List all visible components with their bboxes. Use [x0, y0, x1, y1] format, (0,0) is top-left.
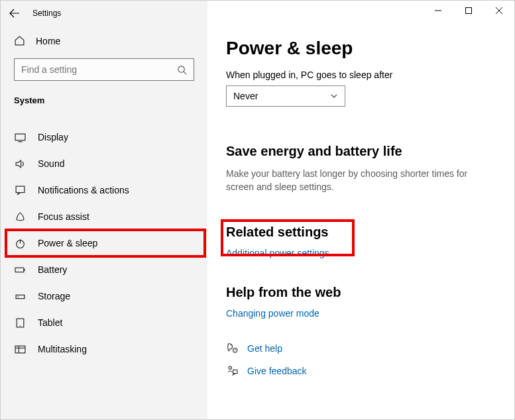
sidebar-item-label: Multitasking: [38, 344, 87, 354]
svg-rect-5: [15, 268, 24, 272]
svg-rect-15: [233, 370, 237, 374]
additional-power-settings-link[interactable]: Additional power settings: [226, 248, 329, 258]
svg-text:?: ?: [234, 348, 236, 352]
energy-text: Make your battery last longer by choosin…: [226, 167, 478, 194]
battery-icon: [14, 264, 26, 276]
home-icon: [14, 35, 25, 46]
give-feedback-link[interactable]: Give feedback: [247, 366, 307, 376]
svg-rect-7: [16, 295, 25, 298]
chevron-down-icon: [330, 92, 338, 100]
titlebar: Settings: [1, 1, 514, 26]
give-feedback-row[interactable]: Give feedback: [226, 360, 496, 382]
sidebar-item-focus-assist[interactable]: Focus assist: [1, 203, 207, 230]
maximize-icon: [465, 7, 472, 14]
back-button[interactable]: [9, 7, 21, 19]
svg-point-8: [17, 296, 19, 297]
energy-heading: Save energy and battery life: [226, 144, 496, 159]
sidebar-item-label: Display: [38, 132, 68, 142]
page-title: Power & sleep: [226, 38, 496, 59]
sidebar-item-label: Power & sleep: [38, 238, 97, 248]
get-help-link[interactable]: Get help: [247, 343, 282, 354]
feedback-icon: [226, 365, 238, 377]
home-nav[interactable]: Home: [1, 30, 207, 52]
dropdown-value: Never: [233, 91, 258, 101]
close-icon: [496, 7, 502, 14]
content-pane: Power & sleep When plugged in, PC goes t…: [207, 26, 514, 419]
power-icon: [14, 237, 26, 249]
sidebar-item-label: Sound: [38, 158, 64, 169]
multitasking-icon: [14, 343, 26, 355]
sidebar-item-label: Tablet: [38, 317, 62, 328]
search-icon: [177, 65, 187, 75]
section-label: System: [1, 86, 207, 112]
sleep-label: When plugged in, PC goes to sleep after: [226, 70, 496, 80]
window-title: Settings: [32, 9, 61, 18]
focus-assist-icon: [14, 211, 26, 223]
sidebar-item-battery[interactable]: Battery: [1, 256, 207, 283]
svg-point-14: [229, 366, 231, 369]
sleep-dropdown[interactable]: Never: [226, 85, 345, 107]
sidebar-item-tablet[interactable]: Tablet: [1, 309, 207, 336]
minimize-icon: [435, 7, 441, 14]
svg-rect-0: [466, 8, 472, 14]
sidebar-item-display[interactable]: Display: [1, 124, 207, 150]
changing-power-mode-link[interactable]: Changing power mode: [226, 308, 319, 319]
close-button[interactable]: [484, 1, 514, 21]
nav-list: Display Sound Notifications & actions Fo…: [1, 124, 207, 362]
tablet-icon: [14, 317, 26, 329]
home-label: Home: [36, 36, 60, 46]
sidebar-item-label: Notifications & actions: [38, 185, 129, 195]
svg-point-10: [19, 325, 20, 326]
sidebar-item-label: Battery: [38, 264, 67, 275]
search-field[interactable]: [21, 64, 177, 75]
storage-icon: [14, 290, 26, 302]
related-heading: Related settings: [226, 225, 496, 240]
display-icon: [14, 131, 26, 143]
svg-rect-2: [15, 134, 25, 140]
sidebar-item-storage[interactable]: Storage: [1, 283, 207, 309]
sidebar-item-power-sleep[interactable]: Power & sleep: [1, 230, 207, 256]
notifications-icon: [14, 184, 26, 196]
sound-icon: [14, 158, 26, 170]
svg-rect-6: [23, 269, 25, 270]
svg-rect-3: [16, 186, 25, 193]
minimize-button[interactable]: [423, 1, 453, 21]
search-input[interactable]: [14, 58, 194, 81]
sidebar-item-label: Storage: [38, 291, 70, 301]
sidebar-item-multitasking[interactable]: Multitasking: [1, 336, 207, 362]
sidebar-item-notifications[interactable]: Notifications & actions: [1, 177, 207, 203]
help-heading: Help from the web: [226, 285, 496, 300]
svg-rect-11: [15, 346, 25, 353]
sidebar-item-sound[interactable]: Sound: [1, 150, 207, 177]
get-help-icon: ?: [226, 342, 238, 354]
maximize-button[interactable]: [453, 1, 484, 21]
arrow-left-icon: [9, 8, 20, 19]
get-help-row[interactable]: ? Get help: [226, 337, 496, 360]
sidebar: Home System Display Sound Notificatio: [1, 26, 207, 419]
sidebar-item-label: Focus assist: [38, 211, 89, 222]
svg-point-1: [178, 66, 184, 72]
